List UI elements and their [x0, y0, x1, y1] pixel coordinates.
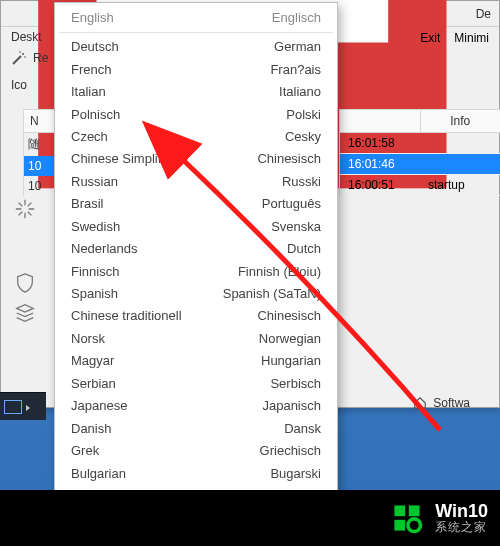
language-item-native: German — [274, 38, 321, 57]
shield-icon — [14, 272, 36, 294]
language-item[interactable]: PolnischPolski — [55, 104, 337, 126]
refresh-label: Re — [33, 51, 48, 65]
language-item-en: Danish — [71, 420, 111, 439]
language-item[interactable]: ItalianItaliano — [55, 81, 337, 103]
taskbar — [0, 392, 46, 420]
language-item[interactable]: JapaneseJapanisch — [55, 395, 337, 417]
wand-icon — [11, 50, 27, 66]
language-menu-items: DeutschGermanFrenchFran?aisItalianItalia… — [55, 36, 337, 530]
language-item-native: Cesky — [285, 128, 321, 147]
language-item[interactable]: DanishDansk — [55, 418, 337, 440]
language-item[interactable]: MagyarHungarian — [55, 351, 337, 373]
minimize-link[interactable]: Minimi — [454, 31, 489, 45]
table-row[interactable]: 16:01:58 — [339, 133, 500, 154]
software-label: Softwa — [433, 396, 470, 410]
language-item-en: Czech — [71, 128, 108, 147]
table-cell-info — [420, 133, 500, 153]
language-item-native: Norwegian — [259, 330, 321, 349]
table-cell-time: 16:01:46 — [340, 154, 420, 174]
desktop-label: Deskt — [11, 30, 42, 44]
footer-logo-icon — [389, 500, 425, 536]
language-item-en: Japanese — [71, 397, 127, 416]
table-header: Info — [339, 109, 500, 133]
svg-point-5 — [24, 56, 26, 58]
language-item-en: Bulgarian — [71, 465, 126, 484]
footer-text: Win10 系统之家 — [435, 502, 488, 535]
table-cell-info — [420, 154, 500, 174]
taskbar-flag-icon[interactable] — [4, 400, 22, 414]
language-item-native: Griechisch — [260, 442, 321, 461]
language-item-en: Polnisch — [71, 106, 120, 125]
lang-header-en: English — [71, 9, 114, 28]
language-item-en: Russian — [71, 173, 118, 192]
language-item[interactable]: SpanishSpanish (SaTaN) — [55, 283, 337, 305]
table-cell-time: 16:00:51 — [340, 175, 420, 195]
language-item-native: Dansk — [284, 420, 321, 439]
language-item[interactable]: CzechCesky — [55, 126, 337, 148]
language-item[interactable]: Chinese SimplifiledChinesisch — [55, 149, 337, 171]
language-item-en: Chinese traditionell — [71, 307, 182, 326]
language-item-native: Polski — [286, 106, 321, 125]
language-item-native: Bugarski — [270, 465, 321, 484]
language-item[interactable]: SerbianSerbisch — [55, 373, 337, 395]
language-item-en: Nederlands — [71, 240, 138, 259]
language-item-en: Brasil — [71, 195, 104, 214]
ico-label: Ico — [11, 78, 27, 92]
table-cell-info: startup — [420, 175, 500, 195]
times-table: Info 16:01:5816:01:4616:00:51startup — [339, 109, 500, 196]
language-item[interactable]: RussianRusski — [55, 171, 337, 193]
language-item-native: Svenska — [271, 218, 321, 237]
language-item[interactable]: GrekGriechisch — [55, 440, 337, 462]
language-item-native: Português — [262, 195, 321, 214]
language-item[interactable]: SwedishSvenska — [55, 216, 337, 238]
language-menu[interactable]: English Englisch DeutschGermanFrenchFran… — [54, 2, 338, 546]
language-item-native: Russki — [282, 173, 321, 192]
language-item[interactable]: BulgarianBugarski — [55, 463, 337, 485]
footer-watermark: Win10 系统之家 — [0, 490, 500, 546]
language-item[interactable]: NederlandsDutch — [55, 238, 337, 260]
language-item-native: Chinesisch — [257, 307, 321, 326]
svg-point-9 — [408, 519, 421, 532]
language-item[interactable]: BrasilPortuguês — [55, 194, 337, 216]
language-item[interactable]: Chinese traditionellChinesisch — [55, 306, 337, 328]
footer-line2: 系统之家 — [435, 521, 488, 534]
language-item-en: Magyar — [71, 352, 114, 371]
language-item[interactable]: FrenchFran?ais — [55, 59, 337, 81]
language-item-native: Fran?ais — [270, 61, 321, 80]
svg-point-4 — [19, 51, 21, 53]
language-item-native: Italiano — [279, 83, 321, 102]
language-item-en: Chinese Simplifiled — [71, 150, 182, 169]
table-header-info: Info — [421, 110, 501, 132]
language-item[interactable]: DeutschGerman — [55, 36, 337, 58]
table-header-time — [340, 110, 421, 132]
language-item[interactable]: FinnischFinnish (Eloiu) — [55, 261, 337, 283]
table-row[interactable]: 16:01:46 — [339, 154, 500, 175]
sparkle-icon — [14, 198, 36, 220]
language-item-native: Chinesisch — [257, 150, 321, 169]
svg-rect-7 — [395, 520, 406, 531]
header-right-actions: Exit Minimi — [420, 31, 489, 45]
language-item-native: Serbisch — [270, 375, 321, 394]
stack-icon — [14, 302, 36, 324]
language-item-en: French — [71, 61, 111, 80]
language-item-native: Japanisch — [262, 397, 321, 416]
svg-rect-6 — [395, 505, 406, 516]
language-item-en: Finnisch — [71, 263, 119, 282]
language-item-en: Swedish — [71, 218, 120, 237]
language-item-native: Dutch — [287, 240, 321, 259]
table-row[interactable]: 16:00:51startup — [339, 175, 500, 196]
home-icon — [413, 396, 427, 410]
exit-link[interactable]: Exit — [420, 31, 440, 45]
table-cell-time: 16:01:58 — [340, 133, 420, 153]
language-item[interactable]: NorskNorwegian — [55, 328, 337, 350]
language-item-en: Norsk — [71, 330, 105, 349]
language-menu-header: English Englisch — [55, 7, 337, 29]
gutter-icons — [14, 198, 36, 324]
language-item-en: Spanish — [71, 285, 118, 304]
language-item-en: Grek — [71, 442, 99, 461]
menu-separator — [59, 32, 333, 33]
software-label-row: Softwa — [413, 396, 470, 410]
footer-line1: Win10 — [435, 502, 488, 522]
language-item-native: Hungarian — [261, 352, 321, 371]
svg-rect-8 — [409, 505, 420, 516]
